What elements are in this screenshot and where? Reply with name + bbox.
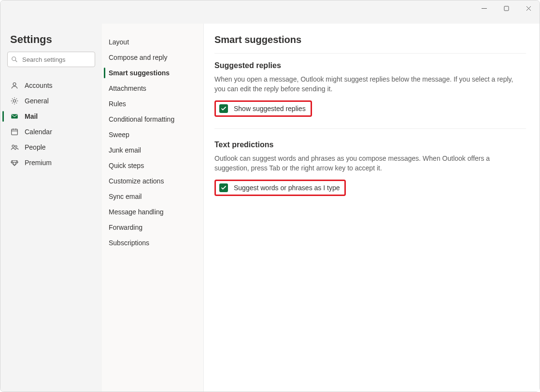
svg-point-7 [13, 99, 15, 102]
mail-settings-subnav: Layout Compose and reply Smart suggestio… [102, 24, 203, 392]
settings-left-sidebar: Settings Accounts [0, 24, 102, 392]
subnav-item-compose-and-reply[interactable]: Compose and reply [102, 50, 203, 65]
svg-rect-1 [504, 6, 509, 11]
sidebar-item-label: Premium [25, 159, 52, 167]
svg-point-4 [12, 57, 16, 61]
subnav-item-label: Rules [109, 100, 126, 108]
subnav-item-quick-steps[interactable]: Quick steps [102, 158, 203, 173]
subnav-item-label: Conditional formatting [109, 115, 174, 123]
mail-icon [10, 112, 19, 121]
sidebar-item-label: Calendar [25, 128, 52, 136]
sidebar-item-premium[interactable]: Premium [0, 155, 102, 170]
sidebar-item-label: General [25, 97, 49, 105]
subnav-item-message-handling[interactable]: Message handling [102, 204, 203, 220]
diamond-icon [10, 158, 19, 167]
search-icon [11, 56, 18, 63]
section-text-predictions: Text predictions Outlook can suggest wor… [214, 140, 526, 208]
subnav-item-smart-suggestions[interactable]: Smart suggestions [102, 65, 203, 81]
settings-window: Settings Accounts [0, 0, 540, 392]
settings-content-pane: Smart suggestions Suggested replies When… [203, 24, 540, 392]
subnav-item-subscriptions[interactable]: Subscriptions [102, 235, 203, 251]
svg-line-5 [15, 60, 17, 62]
sidebar-item-calendar[interactable]: Calendar [0, 124, 102, 140]
subnav-item-label: Layout [109, 38, 129, 46]
sidebar-item-people[interactable]: People [0, 140, 102, 155]
calendar-icon [10, 127, 19, 136]
window-close-button[interactable] [517, 0, 540, 16]
subnav-item-label: Message handling [109, 208, 164, 216]
section-description: Outlook can suggest words and phrases as… [214, 154, 524, 173]
section-suggested-replies: Suggested replies When you open a messag… [214, 61, 526, 129]
search-settings-field[interactable] [7, 52, 95, 67]
subnav-item-label: Quick steps [109, 162, 144, 169]
search-input[interactable] [7, 52, 95, 67]
svg-rect-9 [12, 129, 18, 135]
window-maximize-button[interactable] [495, 0, 517, 16]
subnav-item-rules[interactable]: Rules [102, 96, 203, 112]
subnav-item-conditional-formatting[interactable]: Conditional formatting [102, 112, 203, 127]
sidebar-item-accounts[interactable]: Accounts [0, 78, 102, 93]
settings-category-list: Accounts General Mail [0, 74, 102, 170]
sidebar-item-label: Mail [25, 112, 38, 120]
subnav-item-label: Forwarding [109, 224, 142, 231]
section-heading: Text predictions [214, 140, 526, 149]
checkbox-checked-icon [219, 104, 228, 113]
subnav-item-sweep[interactable]: Sweep [102, 127, 203, 142]
svg-point-13 [12, 145, 14, 147]
svg-rect-8 [11, 114, 18, 119]
checkbox-label: Show suggested replies [234, 105, 306, 112]
settings-heading: Settings [0, 30, 102, 52]
window-minimize-button[interactable] [473, 0, 495, 16]
subnav-item-label: Smart suggestions [109, 69, 170, 77]
person-icon [10, 81, 19, 90]
page-title: Smart suggestions [214, 34, 526, 54]
people-icon [10, 143, 19, 152]
show-suggested-replies-option[interactable]: Show suggested replies [214, 100, 312, 117]
subnav-item-layout[interactable]: Layout [102, 34, 203, 50]
subnav-item-customize-actions[interactable]: Customize actions [102, 173, 203, 189]
gear-icon [10, 97, 19, 105]
subnav-item-label: Subscriptions [109, 239, 149, 247]
sidebar-item-mail[interactable]: Mail [0, 109, 102, 124]
section-description: When you open a message, Outlook might s… [214, 75, 524, 94]
subnav-item-label: Customize actions [109, 177, 164, 185]
sidebar-item-label: Accounts [25, 82, 53, 89]
subnav-item-junk-email[interactable]: Junk email [102, 142, 203, 158]
checkbox-label: Suggest words or phrases as I type [234, 184, 340, 192]
suggest-words-option[interactable]: Suggest words or phrases as I type [214, 180, 346, 196]
subnav-item-sync-email[interactable]: Sync email [102, 189, 203, 204]
sidebar-item-general[interactable]: General [0, 93, 102, 109]
subnav-item-label: Junk email [109, 146, 141, 154]
window-titlebar [0, 0, 540, 24]
subnav-item-forwarding[interactable]: Forwarding [102, 220, 203, 235]
subnav-item-label: Attachments [109, 84, 146, 92]
subnav-item-label: Compose and reply [109, 54, 167, 61]
svg-point-6 [13, 83, 16, 85]
svg-point-14 [15, 145, 17, 147]
section-heading: Suggested replies [214, 61, 526, 70]
subnav-item-attachments[interactable]: Attachments [102, 81, 203, 96]
sidebar-item-label: People [25, 143, 46, 151]
subnav-item-label: Sweep [109, 131, 129, 139]
checkbox-checked-icon [219, 183, 228, 192]
subnav-item-label: Sync email [109, 193, 142, 200]
